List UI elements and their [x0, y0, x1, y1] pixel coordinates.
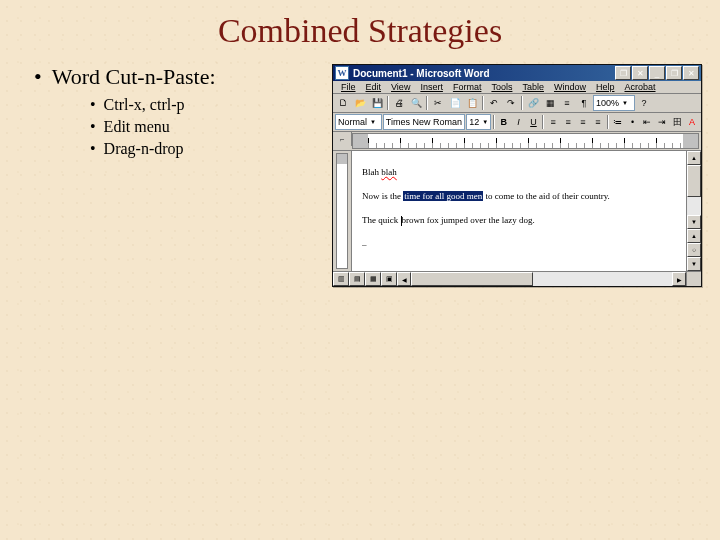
- numbered-list-icon[interactable]: ≔: [611, 114, 625, 130]
- menu-tools[interactable]: Tools: [487, 82, 516, 92]
- align-left-icon[interactable]: ≡: [546, 114, 560, 130]
- paragraph: –: [362, 237, 676, 251]
- mdi-close-button[interactable]: ✕: [632, 66, 648, 80]
- toolbar-separator: [542, 115, 544, 129]
- menu-acrobat[interactable]: Acrobat: [620, 82, 659, 92]
- document-viewport: Blah blah Now is the time for all good m…: [333, 151, 701, 271]
- scroll-up-button[interactable]: ▲: [687, 151, 701, 165]
- font-value: Times New Roman: [386, 117, 462, 127]
- text-run: –: [362, 239, 367, 249]
- slide-body: • Word Cut-n-Paste: • Ctrl-x, ctrl-p • E…: [34, 64, 314, 287]
- select-browse-object-button[interactable]: ○: [687, 243, 701, 257]
- help-icon[interactable]: ?: [636, 95, 652, 111]
- style-combo[interactable]: Normal▼: [335, 114, 382, 130]
- resize-grip[interactable]: [686, 271, 701, 286]
- align-right-icon[interactable]: ≡: [576, 114, 590, 130]
- open-icon[interactable]: 📂: [352, 95, 368, 111]
- show-paragraph-icon[interactable]: ¶: [576, 95, 592, 111]
- menu-file[interactable]: File: [337, 82, 360, 92]
- decrease-indent-icon[interactable]: ⇤: [640, 114, 654, 130]
- menu-view[interactable]: View: [387, 82, 414, 92]
- web-layout-view-button[interactable]: ▤: [349, 272, 365, 286]
- align-center-icon[interactable]: ≡: [561, 114, 575, 130]
- paragraph: Now is the time for all good men to come…: [362, 189, 676, 203]
- bullet-dot: •: [90, 138, 96, 160]
- undo-icon[interactable]: ↶: [486, 95, 502, 111]
- document-body[interactable]: Blah blah Now is the time for all good m…: [352, 151, 686, 271]
- copy-icon[interactable]: 📄: [447, 95, 463, 111]
- underline-button[interactable]: U: [527, 114, 541, 130]
- menu-edit[interactable]: Edit: [362, 82, 386, 92]
- bullet-main: • Word Cut-n-Paste:: [34, 64, 314, 90]
- minimize-button[interactable]: _: [649, 66, 665, 80]
- normal-view-button[interactable]: ▥: [333, 272, 349, 286]
- menu-insert[interactable]: Insert: [416, 82, 447, 92]
- style-value: Normal: [338, 117, 367, 127]
- status-row: ▥ ▤ ▦ ▣ ◀ ▶: [333, 271, 701, 286]
- ruler-track[interactable]: [352, 133, 699, 149]
- chevron-down-icon: ▼: [370, 119, 376, 125]
- print-icon[interactable]: 🖨: [391, 95, 407, 111]
- chevron-down-icon: ▼: [482, 119, 488, 125]
- bullet-sub: • Ctrl-x, ctrl-p: [90, 94, 314, 116]
- view-buttons: ▥ ▤ ▦ ▣: [333, 271, 397, 286]
- menu-format[interactable]: Format: [449, 82, 486, 92]
- maximize-button[interactable]: ❐: [666, 66, 682, 80]
- menu-table[interactable]: Table: [518, 82, 548, 92]
- scroll-left-button[interactable]: ◀: [397, 272, 411, 286]
- save-icon[interactable]: 💾: [369, 95, 385, 111]
- bulleted-list-icon[interactable]: •: [626, 114, 640, 130]
- text-run: brown fox jumped over the lazy dog.: [402, 215, 535, 225]
- text-selection[interactable]: time for all good men: [403, 191, 483, 201]
- columns-icon[interactable]: ≡: [559, 95, 575, 111]
- print-preview-icon[interactable]: 🔍: [408, 95, 424, 111]
- new-doc-icon[interactable]: 🗋: [335, 95, 351, 111]
- paragraph: Blah blah: [362, 165, 676, 179]
- toolbar-separator: [387, 96, 389, 110]
- italic-button[interactable]: I: [512, 114, 526, 130]
- scroll-right-button[interactable]: ▶: [672, 272, 686, 286]
- next-page-button[interactable]: ▼: [687, 257, 701, 271]
- borders-icon[interactable]: 田: [670, 114, 684, 130]
- paragraph: The quick brown fox jumped over the lazy…: [362, 213, 676, 227]
- align-justify-icon[interactable]: ≡: [591, 114, 605, 130]
- zoom-combo[interactable]: 100%▼: [593, 95, 635, 111]
- close-button[interactable]: ✕: [683, 66, 699, 80]
- scroll-down-button[interactable]: ▼: [687, 215, 701, 229]
- bullet-sub: • Drag-n-drop: [90, 138, 314, 160]
- print-layout-view-button[interactable]: ▦: [365, 272, 381, 286]
- window-title: Document1 - Microsoft Word: [353, 68, 615, 79]
- bullet-dot: •: [90, 116, 96, 138]
- paste-icon[interactable]: 📋: [464, 95, 480, 111]
- bold-button[interactable]: B: [497, 114, 511, 130]
- cut-icon[interactable]: ✂: [430, 95, 446, 111]
- outline-view-button[interactable]: ▣: [381, 272, 397, 286]
- text-run: to come to the aid of their country.: [483, 191, 610, 201]
- spellcheck-marked-word: blah: [381, 167, 397, 177]
- toolbar-separator: [493, 115, 495, 129]
- redo-icon[interactable]: ↷: [503, 95, 519, 111]
- scroll-thumb[interactable]: [687, 165, 701, 197]
- menu-help[interactable]: Help: [592, 82, 619, 92]
- ruler-vertical[interactable]: [333, 151, 352, 271]
- scroll-thumb[interactable]: [411, 272, 533, 286]
- slide-title: Combined Strategies: [0, 0, 720, 50]
- previous-page-button[interactable]: ▲: [687, 229, 701, 243]
- bullet-sub-text: Ctrl-x, ctrl-p: [104, 94, 185, 116]
- hyperlink-icon[interactable]: 🔗: [525, 95, 541, 111]
- mdi-maximize-button[interactable]: ❐: [615, 66, 631, 80]
- tables-borders-icon[interactable]: ▦: [542, 95, 558, 111]
- scroll-track[interactable]: [687, 165, 701, 215]
- menu-window[interactable]: Window: [550, 82, 590, 92]
- word-window: W Document1 - Microsoft Word ❐ ✕ _ ❐ ✕ F…: [332, 64, 702, 287]
- text-run: Now is the: [362, 191, 403, 201]
- font-color-icon[interactable]: A: [685, 114, 699, 130]
- titlebar[interactable]: W Document1 - Microsoft Word ❐ ✕ _ ❐ ✕: [333, 65, 701, 81]
- bullet-dot: •: [90, 94, 96, 116]
- font-combo[interactable]: Times New Roman▼: [383, 114, 465, 130]
- toolbar-separator: [426, 96, 428, 110]
- increase-indent-icon[interactable]: ⇥: [655, 114, 669, 130]
- scrollbar-horizontal[interactable]: ◀ ▶: [397, 271, 686, 286]
- font-size-combo[interactable]: 12▼: [466, 114, 491, 130]
- scrollbar-vertical[interactable]: ▲ ▼ ▲ ○ ▼: [686, 151, 701, 271]
